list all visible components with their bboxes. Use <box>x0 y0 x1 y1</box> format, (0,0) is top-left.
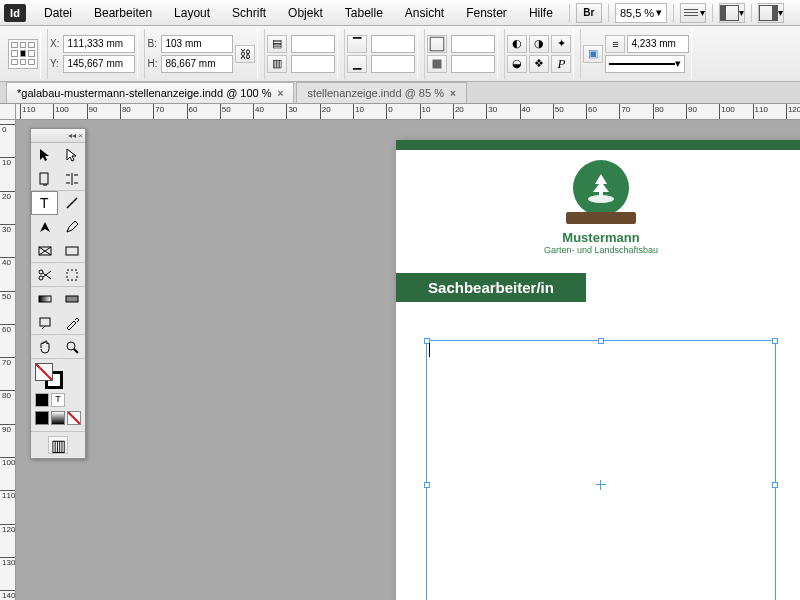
align-dropdown-1[interactable] <box>371 35 415 53</box>
effect-icon-4[interactable]: ◒ <box>507 55 527 73</box>
text-wrap-group <box>424 29 498 79</box>
gradient-feather-tool[interactable] <box>58 287 85 311</box>
x-field[interactable]: 111,333 mm <box>63 35 135 53</box>
type-tool[interactable]: T <box>31 191 58 215</box>
arrange-documents-button[interactable]: ▾ <box>758 3 784 23</box>
frame-handle[interactable] <box>424 482 430 488</box>
close-icon[interactable]: × <box>78 131 83 140</box>
menu-schrift[interactable]: Schrift <box>222 3 276 23</box>
app-logo: Id <box>4 4 26 22</box>
height-field[interactable]: 86,667 mm <box>161 55 233 73</box>
line-tool[interactable] <box>58 191 85 215</box>
stroke-style-dropdown[interactable]: ▾ <box>605 55 685 73</box>
menu-bearbeiten[interactable]: Bearbeiten <box>84 3 162 23</box>
constrain-proportions-icon[interactable]: ⛓ <box>235 45 255 63</box>
separator <box>712 4 713 22</box>
align-dropdown-2[interactable] <box>371 55 415 73</box>
align-top-icon[interactable]: ▔ <box>347 35 367 53</box>
menu-hilfe[interactable]: Hilfe <box>519 3 563 23</box>
pen-tool[interactable] <box>31 215 58 239</box>
effect-icon-1[interactable]: ◐ <box>507 35 527 53</box>
view-mode-button[interactable]: ▥ <box>48 436 68 454</box>
gradient-swatch-tool[interactable] <box>31 287 58 311</box>
wrap-icon-1[interactable] <box>427 35 447 53</box>
frame-handle[interactable] <box>772 338 778 344</box>
align-bottom-icon[interactable]: ▁ <box>347 55 367 73</box>
vertical-ruler[interactable]: 0102030405060708090100110120130140 <box>0 120 16 600</box>
note-tool[interactable] <box>31 311 58 335</box>
document-canvas[interactable]: Mustermann Garten- und Landschaftsbau Sa… <box>16 120 800 600</box>
document-page[interactable]: Mustermann Garten- und Landschaftsbau Sa… <box>396 140 800 600</box>
stroke-group: ▣ ≡ 4,233 mm ▾ <box>580 29 692 79</box>
width-field[interactable]: 103 mm <box>161 35 233 53</box>
apply-none-swatch[interactable] <box>67 411 81 425</box>
zoom-level-field[interactable]: 85,5 %▾ <box>615 3 667 23</box>
frame-handle[interactable] <box>772 482 778 488</box>
collapse-icon[interactable]: ◂◂ <box>68 131 76 140</box>
document-tab-bar: *galabau-mustermann-stellenanzeige.indd … <box>0 82 800 104</box>
paragraph-icon[interactable]: P <box>551 55 571 73</box>
menu-fenster[interactable]: Fenster <box>456 3 517 23</box>
company-name: Mustermann <box>396 230 800 245</box>
scissors-tool[interactable] <box>31 263 58 287</box>
eyedropper-tool[interactable] <box>58 311 85 335</box>
apply-color-swatch[interactable] <box>35 411 49 425</box>
hand-tool[interactable] <box>31 335 58 359</box>
view-options-button[interactable]: ▾ <box>680 3 706 23</box>
menu-tabelle[interactable]: Tabelle <box>335 3 393 23</box>
document-tab-inactive[interactable]: stellenanzeige.indd @ 85 % × <box>296 82 466 103</box>
x-label: X: <box>50 38 59 49</box>
close-icon[interactable]: × <box>450 88 456 99</box>
separator <box>751 4 752 22</box>
fill-swatch[interactable] <box>35 363 53 381</box>
logo-ribbon <box>566 212 636 224</box>
selected-text-frame[interactable] <box>426 340 776 600</box>
formatting-container-button[interactable] <box>35 393 49 407</box>
menu-layout[interactable]: Layout <box>164 3 220 23</box>
rectangle-frame-tool[interactable] <box>31 239 58 263</box>
gap-tool[interactable] <box>58 167 85 191</box>
horizontal-ruler[interactable]: 1101009080706050403020100102030405060708… <box>16 104 800 120</box>
wrap-icon-2[interactable] <box>427 55 447 73</box>
menu-ansicht[interactable]: Ansicht <box>395 3 454 23</box>
fill-stroke-swatch[interactable] <box>31 359 85 391</box>
free-transform-tool[interactable] <box>58 263 85 287</box>
separator <box>569 4 570 22</box>
svg-point-3 <box>588 195 614 203</box>
document-tab-active[interactable]: *galabau-mustermann-stellenanzeige.indd … <box>6 82 294 103</box>
fit-frame-icon[interactable]: ▣ <box>583 45 603 63</box>
panel-icon <box>759 5 778 21</box>
reference-point-group <box>6 29 41 79</box>
page-tool[interactable] <box>31 167 58 191</box>
effect-icon-5[interactable]: ❖ <box>529 55 549 73</box>
zoom-tool[interactable] <box>58 335 85 359</box>
close-icon[interactable]: × <box>278 88 284 99</box>
svg-rect-16 <box>40 318 50 326</box>
rectangle-tool[interactable] <box>58 239 85 263</box>
menu-datei[interactable]: Datei <box>34 3 82 23</box>
effect-icon-3[interactable]: ✦ <box>551 35 571 53</box>
bridge-button[interactable]: Br <box>576 3 602 23</box>
wrap-dropdown-1[interactable] <box>451 35 495 53</box>
stroke-weight-field[interactable]: 4,233 mm <box>627 35 689 53</box>
direct-selection-tool[interactable] <box>58 143 85 167</box>
apply-gradient-swatch[interactable] <box>51 411 65 425</box>
ruler-origin[interactable] <box>0 104 16 120</box>
job-title-banner: Sachbearbeiter/in <box>396 273 586 302</box>
screen-mode-button[interactable]: ▾ <box>719 3 745 23</box>
rows-dropdown[interactable] <box>291 55 335 73</box>
svg-text:T: T <box>40 195 49 211</box>
y-field[interactable]: 145,667 mm <box>63 55 135 73</box>
wrap-dropdown-2[interactable] <box>451 55 495 73</box>
svg-point-11 <box>39 270 43 274</box>
tools-panel-header[interactable]: ◂◂ × <box>31 129 85 143</box>
tools-panel[interactable]: ◂◂ × T T ▥ <box>30 128 86 459</box>
columns-dropdown[interactable] <box>291 35 335 53</box>
formatting-text-button[interactable]: T <box>51 393 65 407</box>
effect-icon-2[interactable]: ◑ <box>529 35 549 53</box>
selection-tool[interactable] <box>31 143 58 167</box>
reference-point-selector[interactable] <box>8 39 38 69</box>
pencil-tool[interactable] <box>58 215 85 239</box>
frame-handle[interactable] <box>598 338 604 344</box>
menu-objekt[interactable]: Objekt <box>278 3 333 23</box>
